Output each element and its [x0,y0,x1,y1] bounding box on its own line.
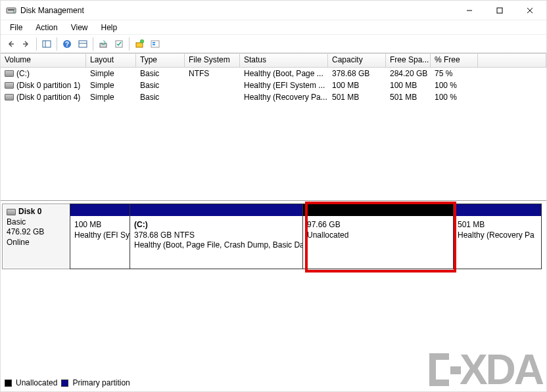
svg-rect-1 [8,9,14,11]
column-type[interactable]: Type [136,53,185,67]
volume-capacity: 378.68 GB [328,69,386,78]
partition[interactable]: 501 MBHealthy (Recovery Pa [453,204,542,269]
table-header[interactable]: Volume Layout Type File System Status Ca… [1,53,546,68]
volume-capacity: 501 MB [328,93,386,102]
svg-rect-21 [450,366,461,374]
rescan-disks-icon[interactable] [112,37,126,51]
svg-rect-7 [43,41,51,47]
table-row[interactable]: (Disk 0 partition 4)SimpleBasicHealthy (… [1,91,546,103]
volume-layout: Simple [86,93,136,102]
partition-status: Unallocated [307,230,449,241]
table-row[interactable]: (C:)SimpleBasicNTFSHealthy (Boot, Page .… [1,68,546,79]
volume-type: Basic [136,81,185,90]
column-layout[interactable]: Layout [86,53,136,67]
maximize-button[interactable] [485,1,515,20]
partition-label: (C:) [134,220,298,230]
disk-state: Online [7,238,66,248]
menu-action[interactable]: Action [29,22,64,33]
svg-text:↑: ↑ [141,39,143,43]
disk-row[interactable]: Disk 0 Basic 476.92 GB Online 100 MBHeal… [2,204,545,269]
partition-status: Healthy (EFI Sy [74,230,126,241]
legend-swatch-unallocated [5,380,12,387]
partition-status: Healthy (Recovery Pa [458,230,537,241]
column-freespace[interactable]: Free Spa... [386,53,431,67]
svg-rect-13 [100,43,107,47]
disk-size: 476.92 GB [7,227,66,238]
forward-button[interactable] [19,37,34,51]
disk-name: Disk 0 [18,207,41,217]
toolbar-separator [93,37,93,51]
disk-graphical-pane[interactable]: Disk 0 Basic 476.92 GB Online 100 MBHeal… [1,201,546,391]
column-blank[interactable] [478,53,546,67]
volume-name: (C:) [16,69,30,78]
partition-bar [454,204,541,216]
volume-name: (Disk 0 partition 4) [16,93,80,102]
attach-vhd-icon[interactable]: ↑ [132,37,147,51]
volume-pctfree: 100 % [431,81,478,90]
svg-point-2 [13,11,14,12]
legend-unallocated: Unallocated [16,378,57,387]
svg-rect-20 [153,44,155,45]
volume-list[interactable]: Volume Layout Type File System Status Ca… [1,53,546,201]
menu-file[interactable]: File [3,22,29,33]
volume-status: Healthy (Boot, Page ... [240,69,328,78]
svg-rect-11 [79,41,87,47]
svg-rect-15 [136,43,143,47]
disk-type: Basic [7,217,66,228]
drive-icon [5,94,14,100]
column-pctfree[interactable]: % Free [431,53,478,67]
toolbar-separator [129,37,130,51]
help-icon[interactable]: ? [60,37,74,51]
volume-capacity: 100 MB [328,81,386,90]
volume-freespace: 284.20 GB [386,69,431,78]
toolbar-separator [57,37,57,51]
watermark: XDA [423,348,542,391]
legend-primary: Primary partition [72,378,130,387]
titlebar[interactable]: Disk Management [1,1,546,20]
partition-size: 378.68 GB NTFS [134,230,298,241]
volume-filesystem: NTFS [185,69,240,78]
properties-panel-icon[interactable] [76,37,90,51]
minimize-button[interactable] [454,1,485,20]
toolbar: ? ↑ [1,35,546,53]
disk-info[interactable]: Disk 0 Basic 476.92 GB Online [2,204,70,269]
column-status[interactable]: Status [240,53,328,67]
volume-name: (Disk 0 partition 1) [16,81,80,90]
volume-layout: Simple [86,69,136,78]
svg-rect-4 [497,8,502,13]
volume-status: Healthy (Recovery Pa... [240,93,328,102]
table-row[interactable]: (Disk 0 partition 1)SimpleBasicHealthy (… [1,79,546,91]
column-filesystem[interactable]: File System [185,53,240,67]
partition-bar [130,204,302,216]
volume-type: Basic [136,93,185,102]
volume-pctfree: 75 % [431,69,478,78]
partition-size: 501 MB [458,220,537,230]
refresh-icon[interactable] [96,37,110,51]
svg-rect-19 [153,42,155,43]
toolbar-separator [36,37,37,51]
partition-size: 100 MB [74,220,126,230]
legend: Unallocated Primary partition [5,378,130,387]
column-volume[interactable]: Volume [1,53,86,67]
settings-icon[interactable] [148,37,162,51]
partition[interactable]: 100 MBHealthy (EFI Sy [70,204,130,269]
drive-icon [5,70,14,77]
drive-icon [5,82,14,89]
menu-view[interactable]: View [64,22,95,33]
svg-text:?: ? [65,41,69,48]
partition[interactable]: (C:)378.68 GB NTFSHealthy (Boot, Page Fi… [130,204,303,269]
menubar: File Action View Help [1,20,546,35]
back-button[interactable] [3,37,18,51]
volume-status: Healthy (EFI System ... [240,81,328,90]
legend-swatch-primary [61,380,68,387]
close-button[interactable] [515,1,545,20]
volume-type: Basic [136,69,185,78]
column-capacity[interactable]: Capacity [328,53,386,67]
disk-management-icon [6,5,16,16]
partition-size: 97.66 GB [307,220,449,230]
menu-help[interactable]: Help [95,22,124,33]
show-hide-console-tree-icon[interactable] [39,37,54,51]
partition[interactable]: 97.66 GBUnallocated [302,204,454,269]
volume-freespace: 100 MB [386,81,431,90]
partition-bar [303,204,453,216]
